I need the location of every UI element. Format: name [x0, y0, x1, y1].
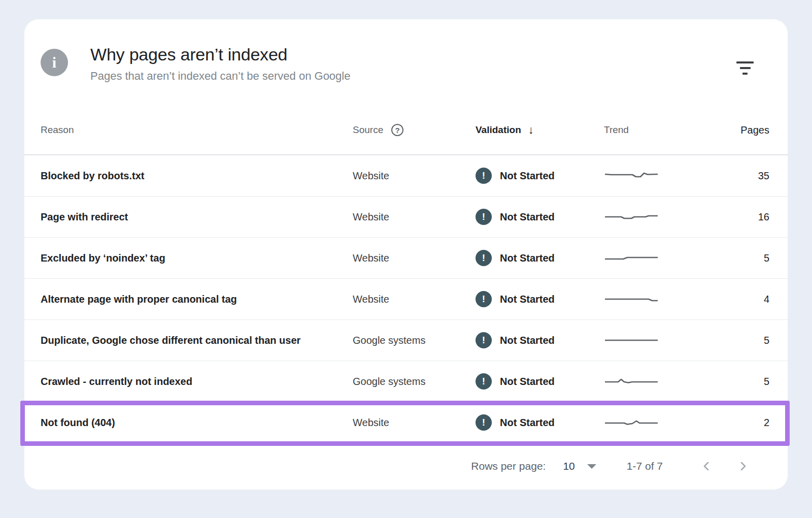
reason-cell: Excluded by ‘noindex’ tag	[41, 252, 353, 264]
table-footer: Rows per page: 10 1-7 of 7	[24, 443, 788, 490]
rows-per-page-value: 10	[563, 460, 574, 472]
pages-count: 2	[685, 417, 769, 429]
source-cell: Website	[353, 252, 476, 264]
validation-status: Not Started	[500, 252, 555, 264]
rows-per-page-select[interactable]: 10	[563, 460, 596, 472]
validation-cell: ! Not Started	[476, 373, 604, 390]
column-header-reason[interactable]: Reason	[41, 124, 353, 136]
source-cell: Google systems	[353, 376, 476, 387]
not-started-exclamation-icon: !	[476, 414, 492, 431]
chevron-right-icon	[737, 460, 749, 472]
pages-count: 16	[685, 211, 769, 223]
column-header-pages[interactable]: Pages	[685, 124, 769, 136]
source-cell: Website	[353, 170, 476, 182]
validation-cell: ! Not Started	[476, 414, 604, 431]
reason-cell: Crawled - currently not indexed	[41, 376, 353, 387]
source-cell: Website	[353, 294, 476, 305]
not-started-exclamation-icon: !	[476, 209, 492, 225]
title-block: Why pages aren’t indexed Pages that aren…	[90, 45, 350, 83]
pages-count: 35	[685, 170, 769, 182]
why-pages-arent-indexed-card: i Why pages aren’t indexed Pages that ar…	[24, 19, 788, 490]
table-row[interactable]: Excluded by ‘noindex’ tag Website ! Not …	[24, 237, 788, 278]
source-cell: Google systems	[353, 335, 476, 346]
pages-count: 4	[685, 294, 769, 305]
page-title: Why pages aren’t indexed	[90, 45, 350, 64]
table-row[interactable]: Blocked by robots.txt Website ! Not Star…	[24, 155, 788, 196]
reason-cell: Page with redirect	[41, 211, 353, 223]
dropdown-caret-icon	[587, 464, 596, 469]
trend-sparkline	[604, 335, 659, 345]
trend-sparkline	[604, 212, 659, 222]
page-subtitle: Pages that aren’t indexed can’t be serve…	[90, 70, 350, 83]
filter-list-icon[interactable]	[734, 58, 756, 78]
next-page-button[interactable]	[732, 455, 754, 477]
card-header: i Why pages aren’t indexed Pages that ar…	[24, 19, 788, 106]
source-header-label: Source	[353, 124, 383, 136]
rows-per-page-label: Rows per page:	[471, 460, 546, 472]
pages-count: 5	[685, 376, 769, 387]
table-row[interactable]: Alternate page with proper canonical tag…	[24, 278, 788, 319]
validation-cell: ! Not Started	[476, 209, 604, 225]
column-header-source[interactable]: Source ?	[353, 124, 476, 136]
table-row[interactable]: Page with redirect Website ! Not Started…	[24, 196, 788, 237]
previous-page-button[interactable]	[695, 455, 718, 477]
not-started-exclamation-icon: !	[476, 373, 492, 390]
sort-descending-icon: ↓	[528, 123, 534, 137]
reason-cell: Not found (404)	[41, 417, 353, 429]
table-row-highlighted[interactable]: Not found (404) Website ! Not Started 2	[24, 402, 788, 443]
validation-status: Not Started	[500, 335, 555, 346]
validation-status: Not Started	[500, 211, 555, 223]
table-row[interactable]: Crawled - currently not indexed Google s…	[24, 361, 788, 402]
column-header-trend: Trend	[604, 124, 685, 136]
not-started-exclamation-icon: !	[476, 291, 492, 307]
help-icon[interactable]: ?	[391, 124, 403, 136]
validation-status: Not Started	[500, 376, 555, 387]
validation-cell: ! Not Started	[476, 168, 604, 184]
pagination-range-label: 1-7 of 7	[627, 460, 663, 472]
trend-sparkline	[604, 294, 659, 304]
table-header-row: Reason Source ? Validation ↓ Trend Pages	[24, 106, 788, 155]
chevron-left-icon	[700, 460, 713, 472]
trend-sparkline	[604, 417, 659, 428]
not-started-exclamation-icon: !	[476, 168, 492, 184]
validation-cell: ! Not Started	[476, 332, 604, 348]
validation-status: Not Started	[500, 170, 555, 182]
trend-sparkline	[604, 171, 659, 181]
reason-cell: Duplicate, Google chose different canoni…	[41, 335, 353, 346]
validation-status: Not Started	[500, 417, 555, 429]
not-started-exclamation-icon: !	[476, 250, 492, 266]
trend-sparkline	[604, 253, 659, 263]
pages-count: 5	[685, 335, 769, 346]
validation-status: Not Started	[500, 294, 555, 305]
source-cell: Website	[353, 211, 476, 223]
validation-cell: ! Not Started	[476, 250, 604, 266]
column-header-validation[interactable]: Validation ↓	[476, 123, 604, 137]
table-row[interactable]: Duplicate, Google chose different canoni…	[24, 319, 788, 361]
reason-cell: Blocked by robots.txt	[41, 170, 353, 182]
validation-header-label: Validation	[476, 124, 521, 136]
reason-cell: Alternate page with proper canonical tag	[41, 294, 353, 305]
validation-cell: ! Not Started	[476, 291, 604, 307]
trend-sparkline	[604, 376, 659, 386]
source-cell: Website	[353, 417, 476, 429]
pages-count: 5	[685, 252, 769, 264]
info-icon: i	[41, 49, 68, 76]
not-started-exclamation-icon: !	[476, 332, 492, 348]
